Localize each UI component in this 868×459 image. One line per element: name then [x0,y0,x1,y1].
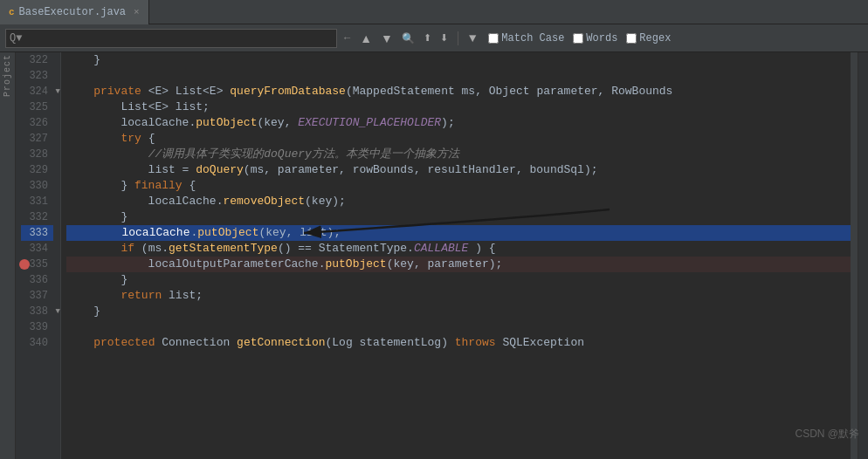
filter-icon[interactable]: ▼ [465,30,479,47]
plain-token [66,147,148,162]
method-token: putObject [196,115,257,131]
plain-token: (ms. [134,241,169,257]
plain-token [496,335,503,351]
tab-label: BaseExecutor.java [19,6,126,18]
search-down-button[interactable]: ▼ [378,30,396,47]
method-token: putObject [197,225,258,241]
plain-token: () == [278,241,319,257]
type-token: MappedStatement [353,84,455,99]
type-token: StatementType [319,241,407,257]
plain-token: } [66,209,127,225]
table-row: try { [66,131,851,147]
left-gutter: Project [0,52,16,459]
line-number: 330 [21,178,53,194]
words-option[interactable]: Words [573,32,617,45]
comment-token: //调用具体子类实现的doQuery方法。本类中是一个抽象方法 [148,147,459,162]
plain-token: . [407,241,414,257]
vertical-scrollbar[interactable] [851,52,858,459]
plain-token: } [66,178,134,194]
table-row: protected Connection getConnection(Log s… [66,335,851,351]
search-up-button[interactable]: ▲ [357,30,375,47]
regex-option[interactable]: Regex [626,32,671,45]
table-row: } [66,304,851,319]
plain-token: { [183,178,196,194]
search-q-label: Q▼ [10,32,22,45]
line-number: 326 [21,115,53,131]
plain-token [66,99,121,115]
keyword-token: try [121,131,141,147]
plain-token: } [66,52,100,68]
search-bar: Q▼ ← ▲ ▼ 🔍 ⬆ ⬇ ▼ Match Case Words Regex [0,24,868,52]
method-token: removeObject [223,194,305,209]
search-input-wrap[interactable]: Q▼ [5,29,337,48]
method-token: getStatementType [169,241,278,257]
search-back-arrow[interactable]: ← [341,31,354,46]
line-number: 332 [21,209,53,225]
plain-token: } [66,272,127,288]
type-token: Log [332,335,352,351]
plain-token: ( [346,84,353,99]
table-row [66,68,851,84]
line-number: 336 [21,272,53,288]
method-token: doQuery [196,162,244,178]
tab-close-button[interactable]: × [134,7,140,17]
code-lines[interactable]: } private <E> List<E> queryFromDatabase(… [61,52,851,459]
plain-token [66,288,121,304]
line-numbers: 322323▼324325326327328329330331332333334… [16,52,61,459]
match-case-checkbox[interactable] [488,33,499,44]
search-next-file-button[interactable]: ⬇ [437,31,451,45]
main-layout: Project 322323▼3243253263273283293303313… [0,52,868,459]
table-row: List<E> list; [66,99,851,115]
method-token: putObject [325,257,386,272]
table-row: } [66,272,851,288]
table-row: } finally { [66,178,851,194]
plain-token: ms, [455,84,489,99]
plain-token [66,335,93,351]
plain-token [230,335,237,351]
plain-token: <E> [203,84,230,99]
regex-label: Regex [639,32,671,45]
line-number: 329 [21,162,53,178]
plain-token: . [190,225,197,241]
plain-token: parameter, [530,84,612,99]
plain-token: } [66,304,100,319]
fold-icon[interactable]: ▼ [56,84,60,99]
breakpoint-icon[interactable] [19,259,30,270]
regex-checkbox[interactable] [626,33,637,44]
static-field-token: CALLABLE [414,241,468,257]
plain-token: localOutputParameterCache. [66,257,325,272]
table-row: private <E> List<E> queryFromDatabase(Ma… [66,84,851,99]
selected-text: localCache [121,225,190,241]
words-label: Words [586,32,617,45]
match-case-option[interactable]: Match Case [488,32,564,45]
line-number: ▼338 [21,304,53,319]
plain-token: <E> list; [148,99,210,115]
plain-token: ); [441,115,455,131]
code-view: 322323▼324325326327328329330331332333334… [16,52,858,459]
line-number: 334 [21,241,53,257]
plain-token [66,225,121,241]
plain-token: ) { [468,241,495,257]
search-prev-file-button[interactable]: ⬆ [421,31,434,45]
table-row: } [66,209,851,225]
search-input[interactable] [24,32,333,45]
plain-token [66,131,121,147]
plain-token: (ms, parameter, rowBounds, resultHandler… [244,162,598,178]
right-annotations [858,52,868,459]
line-number: 331 [21,194,53,209]
table-row: localCache.putObject(key, list); [66,225,851,241]
plain-token [155,335,162,351]
type-token: List [176,84,203,99]
file-tab[interactable]: c BaseExecutor.java × [0,0,149,24]
type-token: Connection [162,335,230,351]
table-row: //调用具体子类实现的doQuery方法。本类中是一个抽象方法 [66,147,851,162]
plain-token: <E> [141,84,176,99]
line-number: 335 [21,257,53,272]
words-checkbox[interactable] [573,33,583,44]
fold-icon[interactable]: ▼ [56,304,60,319]
keyword-token: throws [455,335,496,351]
line-number: ▼324 [21,84,53,99]
search-zoom-button[interactable]: 🔍 [399,31,417,46]
table-row: } [66,52,851,68]
line-number: 337 [21,288,53,304]
